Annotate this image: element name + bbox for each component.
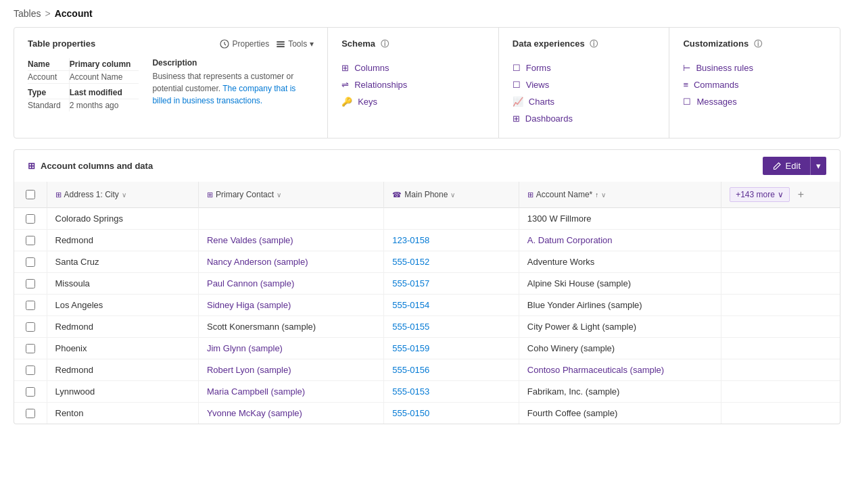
panel-header: Table properties Properties Tools ▾ [28,39,314,49]
customizations-header: Customizations ⓘ [683,39,826,50]
cell-extra [721,208,840,230]
phone-link[interactable]: 555-0156 [392,365,429,375]
th-main-phone[interactable]: ☎ Main Phone ∨ [384,182,519,208]
business-rules-icon: ⊢ [683,63,690,73]
cell-phone [384,208,519,230]
row-checkbox[interactable] [26,387,35,397]
cell-phone[interactable]: 555-0159 [384,338,519,359]
columns-nav-item[interactable]: ⊞ Columns [341,59,485,76]
phone-link[interactable]: 555-0155 [392,322,429,332]
breadcrumb: Tables > Account [0,0,854,27]
cell-phone[interactable]: 555-0157 [384,273,519,295]
phone-link[interactable]: 123-0158 [392,235,429,245]
cell-phone[interactable]: 555-0154 [384,295,519,316]
views-nav-item[interactable]: ☐ Views [513,76,656,93]
cell-contact [198,208,383,230]
edit-dropdown-button[interactable]: ▾ [810,157,826,175]
phone-link[interactable]: 555-0157 [392,278,429,288]
tools-icon [276,39,285,49]
cell-account-name[interactable]: A. Datum Corporation [519,230,721,251]
row-checkbox[interactable] [26,366,35,375]
contact-link[interactable]: Maria Campbell (sample) [207,386,305,397]
cell-city: Colorado Springs [47,208,198,230]
breadcrumb-tables-link[interactable]: Tables [14,8,41,19]
charts-icon: 📈 [513,97,523,107]
cell-contact[interactable]: Jim Glynn (sample) [198,338,383,359]
th-account-name[interactable]: ⊞ Account Name* ↑ ∨ [519,182,721,208]
row-checkbox[interactable] [26,214,35,224]
cell-contact[interactable]: Sidney Higa (sample) [198,295,383,316]
messages-nav-item[interactable]: ☐ Messages [683,93,826,110]
table-row: RentonYvonne McKay (sample)555-0150Fourt… [14,403,840,424]
phone-link[interactable]: 555-0159 [392,343,429,353]
keys-nav-item[interactable]: 🔑 Keys [341,93,485,110]
row-checkbox[interactable] [26,344,35,353]
account-name-link[interactable]: A. Datum Corporation [527,235,613,245]
phone-sort-icon: ∨ [450,191,455,199]
cell-phone[interactable]: 555-0150 [384,403,519,424]
cell-account-name[interactable]: Contoso Pharmaceuticals (sample) [519,359,721,381]
account-name-link[interactable]: Contoso Pharmaceuticals (sample) [527,365,664,375]
messages-icon: ☐ [683,97,691,107]
row-checkbox-cell [14,230,47,251]
tools-button[interactable]: Tools ▾ [276,39,314,49]
phone-link[interactable]: 555-0153 [392,386,429,397]
data-experiences-panel: Data experiences ⓘ ☐ Forms ☐ Views 📈 Cha… [499,28,670,138]
phone-link[interactable]: 555-0150 [392,408,429,418]
phone-link[interactable]: 555-0154 [392,300,429,310]
business-rules-nav-item[interactable]: ⊢ Business rules [683,59,826,76]
row-checkbox[interactable] [26,279,35,288]
row-checkbox[interactable] [26,257,35,267]
cell-phone[interactable]: 555-0156 [384,359,519,381]
table-row: RedmondRobert Lyon (sample)555-0156Conto… [14,359,840,381]
table-row: RedmondRene Valdes (sample)123-0158A. Da… [14,230,840,251]
contact-link[interactable]: Yvonne McKay (sample) [207,408,302,418]
forms-icon: ☐ [513,63,521,73]
svg-rect-1 [277,41,285,43]
contact-link[interactable]: Nancy Anderson (sample) [207,257,308,267]
properties-icon [220,39,229,49]
contact-link[interactable]: Paul Cannon (sample) [207,278,294,288]
schema-header: Schema ⓘ [341,39,485,50]
dashboards-nav-item[interactable]: ⊞ Dashboards [513,110,656,127]
select-all-checkbox[interactable] [26,190,35,199]
cell-phone[interactable]: 555-0153 [384,381,519,403]
cell-contact[interactable]: Nancy Anderson (sample) [198,251,383,273]
contact-link[interactable]: Sidney Higa (sample) [207,300,291,310]
contact-link[interactable]: Robert Lyon (sample) [207,365,291,375]
cell-contact[interactable]: Maria Campbell (sample) [198,381,383,403]
more-columns-button[interactable]: +143 more ∨ [730,187,790,202]
forms-nav-item[interactable]: ☐ Forms [513,59,656,76]
properties-button[interactable]: Properties [220,39,269,49]
row-checkbox[interactable] [26,301,35,310]
cell-phone[interactable]: 123-0158 [384,230,519,251]
contact-link: Scott Konersmann (sample) [207,322,316,332]
cell-contact[interactable]: Robert Lyon (sample) [198,359,383,381]
contact-link[interactable]: Jim Glynn (sample) [207,343,283,353]
cell-contact[interactable]: Rene Valdes (sample) [198,230,383,251]
commands-nav-item[interactable]: ≡ Commands [683,76,826,93]
row-checkbox[interactable] [26,322,35,332]
add-column-button[interactable]: + [794,187,808,202]
contact-link[interactable]: Rene Valdes (sample) [207,235,293,245]
description-link2[interactable]: transactions. [216,96,262,105]
cell-account-name: Blue Yonder Airlines (sample) [519,295,721,316]
data-experiences-nav: ☐ Forms ☐ Views 📈 Charts ⊞ Dashboards [513,59,656,127]
row-checkbox[interactable] [26,236,35,245]
row-checkbox[interactable] [26,409,35,418]
table-row: RedmondScott Konersmann (sample)555-0155… [14,316,840,338]
cell-phone[interactable]: 555-0155 [384,316,519,338]
cell-phone[interactable]: 555-0152 [384,251,519,273]
cell-contact[interactable]: Paul Cannon (sample) [198,273,383,295]
charts-nav-item[interactable]: 📈 Charts [513,93,656,110]
th-address-city[interactable]: ⊞ Address 1: City ∨ [47,182,198,208]
th-primary-contact[interactable]: ⊞ Primary Contact ∨ [198,182,383,208]
edit-button[interactable]: Edit [763,157,810,175]
cell-contact[interactable]: Yvonne McKay (sample) [198,403,383,424]
relationships-nav-item[interactable]: ⇌ Relationships [341,76,485,93]
phone-link[interactable]: 555-0152 [392,257,429,267]
cell-city: Santa Cruz [47,251,198,273]
svg-rect-3 [277,46,285,47]
table-properties-title: Table properties [28,39,95,49]
cell-city: Los Angeles [47,295,198,316]
